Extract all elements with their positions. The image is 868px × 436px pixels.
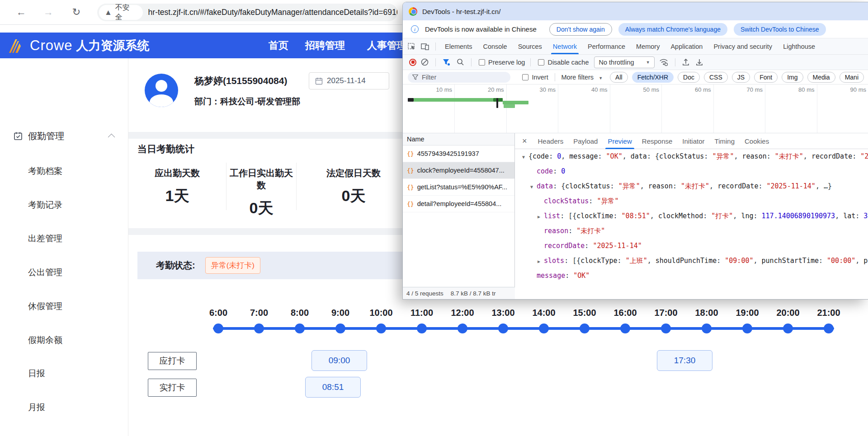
employee-name: 杨梦婷(15155904084) bbox=[194, 75, 287, 87]
sidebar-item[interactable]: 考勤记录 bbox=[0, 195, 128, 216]
filter-chip-fetchxhr[interactable]: Fetch/XHR bbox=[632, 72, 674, 83]
more-filters-button[interactable]: More filters ▼ bbox=[561, 74, 603, 81]
sidebar-item[interactable]: 假期余额 bbox=[0, 330, 128, 351]
sidebar-item[interactable]: 日报 bbox=[0, 363, 128, 384]
filter-chip-img[interactable]: Img bbox=[782, 72, 803, 83]
preserve-log-checkbox[interactable] bbox=[479, 59, 485, 66]
request-row[interactable]: {}detail?employeeId=455804... bbox=[403, 196, 514, 212]
timeline-dot bbox=[254, 323, 264, 333]
devtools-tab-network[interactable]: Network bbox=[547, 38, 582, 54]
filter-chip-all[interactable]: All bbox=[610, 72, 628, 83]
devtools-tab-strip: ElementsConsoleSourcesNetworkPerformance… bbox=[403, 38, 868, 54]
forward-button[interactable]: → bbox=[41, 5, 56, 20]
filter-chip-mani[interactable]: Mani bbox=[840, 72, 864, 83]
sidebar-item[interactable]: 考勤档案 bbox=[0, 161, 128, 182]
nav-item-3[interactable]: 人事管理 bbox=[367, 39, 407, 52]
dont-show-again-button[interactable]: Don't show again bbox=[549, 23, 612, 36]
waterfall-overview[interactable]: 10 ms20 ms30 ms40 ms50 ms60 ms70 ms80 ms… bbox=[403, 84, 868, 133]
request-row[interactable]: {}clock?employeeId=4558047... bbox=[403, 162, 514, 179]
invert-checkbox[interactable] bbox=[522, 74, 528, 80]
switch-chinese-button[interactable]: Switch DevTools to Chinese bbox=[734, 23, 826, 36]
network-conditions-icon[interactable] bbox=[659, 58, 668, 66]
crowe-wordmark: Crowe bbox=[30, 38, 73, 54]
sidebar-group-config[interactable]: 假勤配置 bbox=[0, 432, 128, 436]
grid-line bbox=[661, 84, 662, 133]
waterfall-bar bbox=[503, 101, 528, 104]
sidebar-item[interactable]: 出差管理 bbox=[0, 228, 128, 249]
panel-tab-headers[interactable]: Headers bbox=[533, 133, 569, 149]
reload-button[interactable]: ↻ bbox=[69, 5, 84, 20]
json-line: reason: "未打卡" bbox=[515, 224, 868, 239]
export-har-icon[interactable] bbox=[696, 58, 703, 66]
timeline-hour-label: 12:00 bbox=[451, 308, 474, 318]
inspect-element-icon[interactable] bbox=[408, 43, 416, 50]
devtools-tab-performance[interactable]: Performance bbox=[582, 38, 631, 54]
back-button[interactable]: ← bbox=[14, 5, 29, 20]
timeline-hour-label: 16:00 bbox=[613, 308, 637, 318]
employee-department: 部门：科技公司-研发管理部 bbox=[194, 96, 300, 108]
ruler-label: 10 ms bbox=[436, 86, 454, 93]
filter-input[interactable]: Filter bbox=[408, 72, 510, 83]
timeline-hour-label: 8:00 bbox=[291, 308, 309, 318]
clear-icon[interactable] bbox=[421, 58, 429, 66]
nav-item-2[interactable]: 招聘管理 bbox=[305, 39, 345, 52]
filter-chip-media[interactable]: Media bbox=[807, 72, 835, 83]
timeline-hour-label: 14:00 bbox=[532, 308, 555, 318]
devtools-tab-application[interactable]: Application bbox=[665, 38, 708, 54]
sidebar-item[interactable]: 月报 bbox=[0, 397, 128, 418]
record-button[interactable] bbox=[409, 59, 416, 66]
sidebar-item[interactable]: 休假管理 bbox=[0, 296, 128, 317]
filter-chip-css[interactable]: CSS bbox=[704, 72, 728, 83]
devtools-tab-sources[interactable]: Sources bbox=[513, 38, 547, 54]
sidebar-group-label: 假勤管理 bbox=[28, 130, 64, 142]
transferred-size: 8.7 kB / 8.7 kB tr bbox=[451, 290, 496, 297]
import-har-icon[interactable] bbox=[682, 58, 689, 66]
match-language-button[interactable]: Always match Chrome's language bbox=[618, 23, 727, 36]
sidebar-group-attendance[interactable]: 假勤管理 bbox=[0, 126, 128, 146]
request-row[interactable]: {}45579439425191937 bbox=[403, 145, 514, 162]
stat-value: 1天 bbox=[128, 186, 226, 206]
device-toolbar-icon[interactable] bbox=[421, 43, 429, 50]
panel-tab-preview[interactable]: Preview bbox=[603, 133, 637, 149]
devtools-tab-memory[interactable]: Memory bbox=[631, 38, 665, 54]
filter-chip-font[interactable]: Font bbox=[754, 72, 778, 83]
filter-icon[interactable] bbox=[443, 59, 450, 66]
close-icon[interactable]: × bbox=[515, 136, 533, 146]
sidebar-item[interactable]: 公出管理 bbox=[0, 262, 128, 283]
collapse-arrow-icon[interactable]: ▼ bbox=[530, 179, 533, 194]
search-icon[interactable] bbox=[457, 58, 464, 66]
crowe-logo: Crowe bbox=[8, 38, 73, 54]
panel-tab-cookies[interactable]: Cookies bbox=[740, 133, 774, 149]
panel-tab-timing[interactable]: Timing bbox=[710, 133, 740, 149]
name-column-header[interactable]: Name bbox=[403, 133, 514, 145]
json-line: recordDate: "2025-11-14" bbox=[515, 239, 868, 253]
timeline-dot bbox=[580, 323, 590, 333]
request-name: getList?status=%E5%90%AF... bbox=[417, 183, 508, 191]
waterfall-bar bbox=[504, 104, 515, 108]
calendar-icon bbox=[315, 77, 323, 85]
security-chip[interactable]: ▲ 不安全 bbox=[99, 5, 143, 20]
timeline-hour-label: 21:00 bbox=[817, 308, 840, 318]
throttling-select[interactable]: No throttling ▼ bbox=[594, 56, 654, 68]
filter-chip-js[interactable]: JS bbox=[732, 72, 750, 83]
devtools-tab-elements[interactable]: Elements bbox=[439, 38, 477, 54]
devtools-tab-privacy-and-security[interactable]: Privacy and security bbox=[708, 38, 778, 54]
url-text: hr-test.zjf-it.cn/#/fakeDuty/fakeDutyMan… bbox=[148, 8, 397, 17]
expand-arrow-icon[interactable]: ▶ bbox=[538, 254, 540, 269]
grid-line bbox=[610, 84, 610, 133]
disable-cache-checkbox[interactable] bbox=[538, 59, 544, 66]
devtools-tab-console[interactable]: Console bbox=[477, 38, 512, 54]
filter-chip-doc[interactable]: Doc bbox=[678, 72, 700, 83]
devtools-titlebar: DevTools - hr-test.zjf-it.cn/ bbox=[403, 2, 868, 20]
nav-item-1[interactable]: 首页 bbox=[269, 39, 288, 52]
panel-tab-response[interactable]: Response bbox=[637, 133, 678, 149]
address-bar[interactable]: ▲ 不安全 hr-test.zjf-it.cn/#/fakeDuty/fakeD… bbox=[97, 4, 397, 21]
waterfall-bar bbox=[496, 98, 498, 108]
request-row[interactable]: {}getList?status=%E5%90%AF... bbox=[403, 179, 514, 196]
panel-tab-payload[interactable]: Payload bbox=[568, 133, 603, 149]
devtools-tab-lighthouse[interactable]: Lighthouse bbox=[778, 38, 821, 54]
expand-arrow-icon[interactable]: ▶ bbox=[538, 209, 540, 224]
date-picker[interactable]: 2025-11-14 bbox=[309, 72, 389, 89]
collapse-arrow-icon[interactable]: ▼ bbox=[522, 150, 525, 164]
panel-tab-initiator[interactable]: Initiator bbox=[677, 133, 709, 149]
